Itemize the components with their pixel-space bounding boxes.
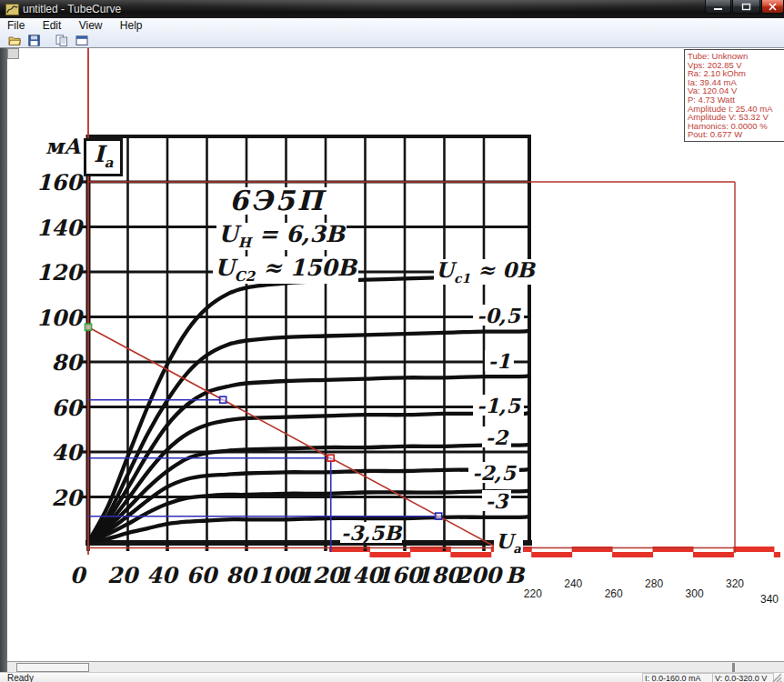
ua-sub: a: [513, 542, 521, 556]
menu-file[interactable]: File: [0, 18, 32, 32]
close-icon: [768, 3, 778, 11]
maximize-button[interactable]: [732, 0, 760, 14]
toolbar: [0, 33, 784, 48]
window-icon: [75, 35, 88, 46]
menu-edit[interactable]: Edit: [35, 18, 69, 32]
scan-ua-symbol: Ua: [494, 531, 523, 556]
screen-rest: ≈ 150В: [255, 255, 357, 281]
digital-x-label-220: 220: [524, 587, 542, 600]
scan-heater-label: UН = 6,3В: [216, 223, 347, 250]
menu-view[interactable]: View: [72, 18, 110, 32]
open-button[interactable]: [5, 34, 24, 47]
info-pout: Pout: 0.677 W: [688, 130, 784, 139]
load-line-start-handle[interactable]: [85, 324, 92, 330]
scrollbar-divider: [732, 663, 735, 672]
copy-icon: [55, 35, 68, 46]
scan-y-label-80: 80: [52, 349, 85, 376]
window-title: untitled - TubeCurve: [23, 3, 121, 15]
menu-help[interactable]: Help: [113, 18, 150, 32]
status-v-range: V: 0.0-320.0 V: [712, 673, 774, 682]
save-button[interactable]: [25, 34, 44, 47]
chart-canvas[interactable]: -0,5-1-1,5-2-2,5-3-3,5В16014012010080604…: [7, 48, 784, 661]
scan-x-label-0: 0: [70, 562, 87, 588]
scan-x-label-60: 60: [186, 562, 219, 588]
heater-sub: Н: [238, 235, 251, 251]
uc1-pre: U: [436, 257, 454, 282]
digital-x-label-280: 280: [645, 577, 663, 590]
extended-axis-dash: [531, 552, 572, 557]
ia-sub: a: [105, 155, 114, 171]
extended-axis-dash: [612, 552, 653, 557]
tube-curve-3: [88, 413, 528, 542]
open-folder-icon: [8, 35, 21, 46]
digital-x-label-260: 260: [605, 587, 623, 600]
scan-y-unit-label: мА: [44, 135, 83, 156]
info-box: Tube: Unknown Vps: 202.85 V Ra: 2.10 kOh…: [684, 49, 784, 142]
curve-label--3,5В: -3,5В: [341, 521, 402, 545]
swing-min-marker[interactable]: [436, 513, 442, 519]
minimize-icon: [713, 3, 723, 11]
scan-y-label-140: 140: [36, 215, 84, 241]
window-view-button[interactable]: [72, 34, 91, 47]
ia-pre: I: [94, 141, 105, 167]
minimize-button[interactable]: [705, 0, 731, 14]
scan-y-label-40: 40: [52, 439, 85, 466]
scan-x-label-20: 20: [107, 562, 140, 588]
scan-screen-label: UC2 ≈ 150В: [213, 256, 358, 284]
digital-x-label-340: 340: [760, 593, 779, 606]
scan-x-unit: В: [506, 562, 526, 588]
extended-axis-dash: [774, 552, 780, 557]
digital-x-label-240: 240: [564, 577, 582, 590]
extended-axis-dash: [369, 552, 410, 557]
scan-y-label-100: 100: [36, 305, 84, 331]
scan-x-label-200: 200: [456, 562, 503, 588]
scan-tube-title: 6Э5П: [227, 187, 327, 215]
app-window: untitled - TubeCurve File Edit View Help: [0, 0, 784, 682]
status-ready: Ready: [7, 673, 34, 682]
extended-axis-dash: [450, 552, 491, 557]
curve-label--3: -3: [486, 489, 509, 513]
curve-label--1,5: -1,5: [477, 394, 521, 417]
save-floppy-icon: [28, 35, 40, 46]
curve-label--2,5: -2,5: [472, 461, 517, 485]
screen-pre: U: [215, 255, 235, 281]
close-button[interactable]: [761, 0, 784, 14]
scan-ia-symbol: Ia: [84, 138, 123, 176]
status-i-range: I: 0.0-160.0 mA: [642, 673, 715, 682]
scan-y-label-60: 60: [52, 395, 85, 421]
copy-button[interactable]: [52, 34, 71, 47]
operating-point-marker[interactable]: [327, 455, 334, 461]
menu-bar: File Edit View Help: [0, 18, 784, 33]
heater-rest: = 6,3В: [251, 221, 345, 247]
curve-label--2: -2: [486, 426, 509, 449]
horizontal-scrollbar[interactable]: [7, 661, 784, 672]
window-left-border: [0, 48, 7, 672]
uc1-sub: c1: [454, 271, 470, 286]
scan-x-label-80: 80: [226, 562, 258, 588]
scan-y-label-160: 160: [36, 169, 84, 196]
maximize-icon: [741, 3, 751, 11]
scrollbar-thumb[interactable]: [16, 663, 89, 672]
uc1-rest: ≈ 0В: [470, 257, 535, 282]
resize-grip[interactable]: [772, 673, 783, 682]
extended-axis-dash: [693, 552, 734, 557]
title-bar[interactable]: untitled - TubeCurve: [0, 0, 784, 18]
curve-plot[interactable]: -0,5-1-1,5-2-2,5-3-3,5В16014012010080604…: [7, 47, 784, 662]
extended-axis-dash: [733, 547, 774, 552]
digital-x-label-300: 300: [686, 587, 704, 600]
swing-max-marker[interactable]: [220, 396, 226, 403]
curve-label-uc1-0: Uc1 ≈ 0В: [434, 259, 537, 285]
digital-x-label-320: 320: [726, 577, 744, 590]
curve-label--0,5: -0,5: [477, 304, 521, 327]
ua-pre: U: [496, 529, 513, 553]
heater-pre: U: [218, 221, 238, 247]
status-bar: Ready I: 0.0-160.0 mA V: 0.0-320.0 V: [0, 672, 784, 682]
screen-sub: C2: [235, 268, 255, 285]
scan-x-label-40: 40: [146, 562, 179, 588]
app-icon: [5, 4, 19, 15]
scan-y-label-20: 20: [52, 485, 85, 511]
curve-label--1: -1: [488, 349, 510, 373]
scan-y-label-120: 120: [36, 259, 84, 286]
